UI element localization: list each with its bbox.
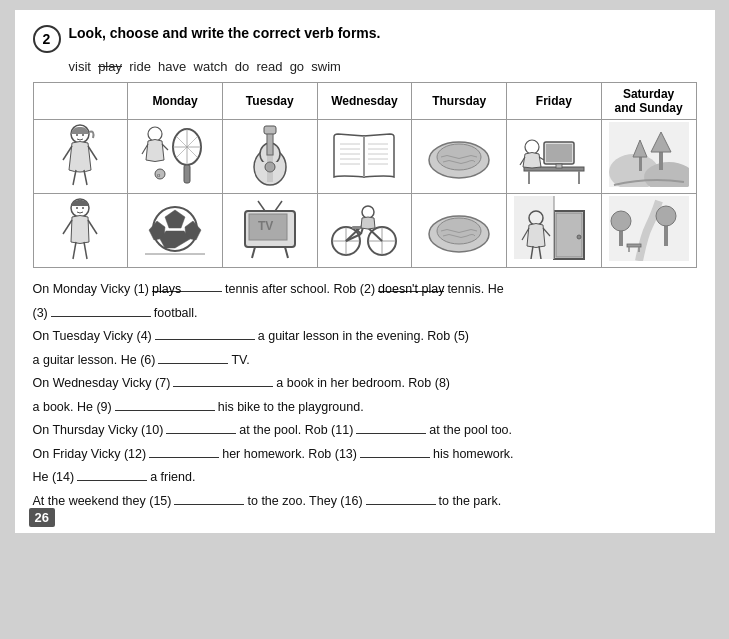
blank-14[interactable] [77,467,147,481]
svg-point-46 [525,140,539,154]
door-icon [514,196,594,261]
header-tuesday: Tuesday [222,83,317,120]
text-line-8: On Friday Vicky (12) her homework. Rob (… [33,443,697,466]
tennis-racket-icon: o [135,122,215,187]
text-prefix-8: On Friday Vicky (12) [33,443,147,466]
exercise-page: 2 Look, choose and write the correct ver… [15,10,715,533]
park-icon [609,196,689,261]
svg-point-39 [437,144,481,170]
blank-4[interactable] [155,326,255,340]
guitar-icon [230,122,310,187]
svg-line-58 [88,220,97,234]
blank-2[interactable]: doesn't play [378,278,444,292]
text-end-4: TV. [231,349,249,372]
svg-rect-54 [639,157,642,171]
cell-vicky-weekend [601,120,696,194]
football-icon [135,196,215,261]
text-line-3: On Tuesday Vicky (4) a guitar lesson in … [33,325,697,348]
svg-point-95 [577,235,581,239]
word-play: play [98,59,122,74]
svg-point-90 [362,206,374,218]
svg-text:TV: TV [258,219,273,233]
blank-15[interactable] [174,491,244,505]
page-number: 26 [29,508,55,527]
blank-3[interactable] [51,303,151,317]
text-line-10: At the weekend they (15) to the zoo. The… [33,490,697,513]
text-end-9: a friend. [150,466,195,489]
pool2-icon [419,196,499,261]
header-empty [33,83,128,120]
svg-point-61 [76,207,78,209]
header-wednesday: Wednesday [317,83,412,120]
cell-vicky-friday [507,120,602,194]
text-line-5: On Wednesday Vicky (7) a book in her bed… [33,372,697,395]
cell-rob-friday [507,194,602,268]
svg-rect-44 [546,144,572,162]
text-mid-3: a guitar lesson in the evening. Rob (5) [258,325,469,348]
blank-6[interactable] [158,350,228,364]
text-line-6: a book. He (9) his bike to the playgroun… [33,396,697,419]
svg-line-60 [84,242,87,259]
text-mid-10: to the zoo. They (16) [247,490,362,513]
text-end-7: at the pool too. [429,419,512,442]
text-line-7: On Thursday Vicky (10) at the pool. Rob … [33,419,697,442]
cell-rob-tuesday: TV [222,194,317,268]
svg-line-57 [63,220,72,234]
cell-vicky-wednesday [317,120,412,194]
blank-7[interactable] [173,373,273,387]
exercise-instruction: Look, choose and write the correct verb … [69,24,381,42]
blank-12[interactable] [149,444,219,458]
text-prefix-3: On Tuesday Vicky (4) [33,325,152,348]
bicycle-icon [324,196,404,261]
svg-rect-108 [627,244,641,247]
text-line-1: On Monday Vicky (1) plays tennis after s… [33,278,697,301]
cell-rob-weekend [601,194,696,268]
blank-10[interactable] [166,420,236,434]
text-prefix-4: a guitar lesson. He (6) [33,349,156,372]
text-prefix-1: On Monday Vicky (1) [33,278,149,301]
text-line-2: (3) football. [33,302,697,325]
blank-16[interactable] [366,491,436,505]
blank-13[interactable] [360,444,430,458]
table-row-rob: TV [33,194,696,268]
blank-1[interactable]: plays [152,278,222,292]
svg-point-107 [656,206,676,226]
header-monday: Monday [128,83,223,120]
countryside-icon [609,122,689,187]
text-mid-8: her homework. Rob (13) [222,443,357,466]
header-saturday-sunday: Saturdayand Sunday [601,83,696,120]
tv-icon: TV [230,196,310,261]
svg-rect-45 [556,164,562,168]
cell-rob-label [33,194,128,268]
text-prefix-2: (3) [33,302,48,325]
computer-icon [514,122,594,187]
svg-line-4 [84,170,87,185]
text-end-8: his homework. [433,443,514,466]
svg-line-72 [285,247,288,258]
text-prefix-6: a book. He (9) [33,396,112,419]
text-line-4: a guitar lesson. He (6) TV. [33,349,697,372]
svg-rect-52 [659,152,663,170]
text-prefix-5: On Wednesday Vicky (7) [33,372,171,395]
cell-vicky-label [33,120,128,194]
svg-point-62 [82,207,84,209]
vicky-icon [45,122,115,187]
svg-rect-15 [184,165,190,183]
text-end-10: to the park. [439,490,502,513]
cell-vicky-tuesday [222,120,317,194]
pool-icon [419,122,499,187]
exercise-number: 2 [33,25,61,53]
text-mid-5: a book in her bedroom. Rob (8) [276,372,450,395]
text-prefix-9: He (14) [33,466,75,489]
cell-rob-thursday [412,194,507,268]
blank-11[interactable] [356,420,426,434]
text-end-2: football. [154,302,198,325]
text-end-6: his bike to the playground. [218,396,364,419]
table-row-vicky: o [33,120,696,194]
blank-9[interactable] [115,397,215,411]
header-thursday: Thursday [412,83,507,120]
svg-point-92 [437,218,481,244]
text-end-1: tennis. He [447,278,503,301]
svg-point-6 [82,134,84,136]
text-line-9: He (14) a friend. [33,466,697,489]
